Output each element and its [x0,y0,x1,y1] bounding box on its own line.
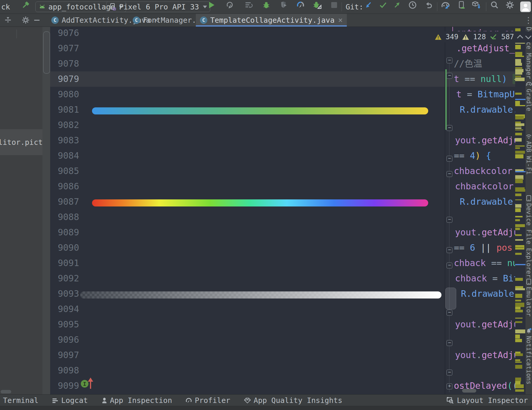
build-hammer-icon[interactable] [21,0,31,10]
inspections-widget[interactable]: 349 128 587 [431,31,532,42]
git-push-icon[interactable] [392,0,402,10]
history-clock-icon[interactable] [408,0,418,10]
line-number[interactable]: 9092 [58,271,79,286]
horizontal-scrollbar-thumb[interactable] [462,389,476,393]
line-number[interactable]: 9091 [58,255,79,271]
fold-handle-icon[interactable]: − [446,58,452,63]
warning-stripe-mark [515,329,525,333]
toolwindow-stripe-device-file-explorer[interactable]: Device File Explorer [525,195,532,278]
tab-overflow-menu-icon[interactable]: ⋮ [524,14,532,27]
git-commit-icon[interactable] [378,0,388,10]
line-number[interactable]: 9093 [58,286,79,301]
line-number[interactable]: 9088 [58,209,79,225]
left-panel-scrollbar-thumb[interactable] [43,31,50,74]
hide-panel-icon[interactable] [34,14,40,27]
search-everywhere-icon[interactable] [490,0,500,10]
next-issue-chevron-icon[interactable] [525,33,531,39]
toolwindow-profiler[interactable]: Profiler [185,396,230,405]
toolwindow-app-quality-insights[interactable]: App Quality Insights [244,396,342,405]
fold-handle-icon[interactable]: − [446,217,452,223]
toolwindow-app-inspection[interactable]: App Inspection [101,396,172,405]
previous-issue-chevron-icon[interactable] [517,35,523,41]
warning-stripe-mark [515,278,523,281]
tab-templatecollageactivity[interactable]: C TemplateCollageActivity.java × [196,14,347,27]
collapse-panel-icon[interactable] [3,14,13,27]
line-number[interactable]: 9098 [58,363,79,378]
line-number[interactable]: 9099 [58,378,79,393]
settings-gear-icon[interactable] [505,0,515,10]
line-number[interactable]: 9083 [58,133,79,148]
fold-handle-icon[interactable]: − [446,263,452,268]
fold-handle-icon[interactable]: − [446,171,452,177]
line-number[interactable]: 9096 [58,332,79,347]
toolwindow-stripe-adb-wi-fi[interactable]: ADB Wi-Fi [525,134,532,175]
editor-left-split[interactable]: 9076907790789079908090819082908390849085… [50,27,445,394]
fold-handle-icon[interactable]: − [446,156,452,162]
fold-handle-icon[interactable]: − [446,340,452,346]
fold-handle-icon[interactable]: − [446,370,452,375]
line-number[interactable]: 9086 [58,179,79,194]
fold-handle-icon[interactable]: − [446,73,452,79]
tabbar-separator [17,29,17,38]
fold-handle-icon[interactable]: − [446,247,452,253]
fold-handle-icon[interactable]: + [446,383,452,389]
left-panel-selected-row[interactable]: litor.picture [0,129,42,155]
user-avatar[interactable] [520,0,531,14]
line-number[interactable]: 9081 [58,102,79,117]
left-panel-scrollbar-track[interactable] [42,27,50,394]
line-number[interactable]: 9097 [58,347,79,363]
coverage-shield-icon[interactable] [278,0,288,10]
line-number[interactable]: 9084 [58,148,79,163]
sdk-manager-icon[interactable] [471,0,481,10]
apply-changes-icon[interactable] [244,0,254,10]
editor-scrollbar-thumb[interactable] [445,288,456,309]
line-number[interactable]: 9085 [58,163,79,179]
toolwindow-stripe-emulator[interactable]: Emulator [525,279,532,316]
panel-settings-gear-icon[interactable] [21,14,31,27]
git-update-icon[interactable] [363,0,373,10]
editor-right-split[interactable]: −−−−−−−−−−−+ ontainer.setVi.getAdjust_se… [445,27,526,394]
line-number[interactable]: 9094 [58,301,79,317]
line-number[interactable]: 9077 [58,41,79,56]
info-stripe-mark [515,99,526,100]
rerun-activity-icon[interactable]: A [225,0,235,10]
git-label: Git: [346,0,363,14]
debug-button[interactable] [261,0,271,10]
horizontal-scrollbar-thumb[interactable] [1,390,11,393]
target-device-select[interactable]: Pixel 6 Pro API 33 [106,1,210,12]
line-number[interactable]: 9076 [58,27,79,41]
line-number[interactable]: 9079 [58,71,79,87]
warning-stripe-mark [515,389,524,392]
phone-icon [526,195,531,201]
code-token: == [454,150,470,161]
navigate-up-gutter-icon[interactable] [87,378,94,389]
device-manager-toolbar-icon[interactable] [457,0,467,10]
rollback-icon[interactable] [423,0,434,10]
warning-stripe-mark [515,78,525,81]
line-number[interactable]: 9087 [58,194,79,209]
line-number[interactable]: 9095 [58,317,79,332]
line-number[interactable]: 9078 [58,56,79,71]
run-button[interactable] [206,0,216,10]
toolwindow-stripe-notifications[interactable]: Notifications [525,328,532,384]
close-icon[interactable]: × [338,16,343,24]
code-token: null [480,74,502,84]
line-number[interactable]: 9082 [58,117,79,133]
line-number[interactable]: 9089 [58,225,79,240]
code-token: yout [455,227,476,237]
fold-handle-icon[interactable]: − [446,310,452,316]
toolwindow-logcat[interactable]: Logcat [52,396,88,405]
robot-icon [101,397,107,404]
line-number[interactable]: 9090 [58,240,79,255]
toolwindow-stripe-gradle[interactable]: Gradle [525,81,532,111]
gradle-sync-icon[interactable] [441,0,451,10]
toolwindow-layout-inspector[interactable]: Layout Inspector [446,396,528,405]
toolwindow-terminal[interactable]: Terminal [3,396,38,405]
profiler-gauge-icon[interactable] [295,0,306,10]
profile-low-overhead-icon[interactable] [312,0,322,10]
warning-stripe-mark [515,93,522,95]
line-number[interactable]: 9080 [58,87,79,102]
fold-handle-icon[interactable]: − [446,125,452,131]
error-stripe-minimap[interactable] [515,27,526,394]
stop-button[interactable] [329,0,339,10]
